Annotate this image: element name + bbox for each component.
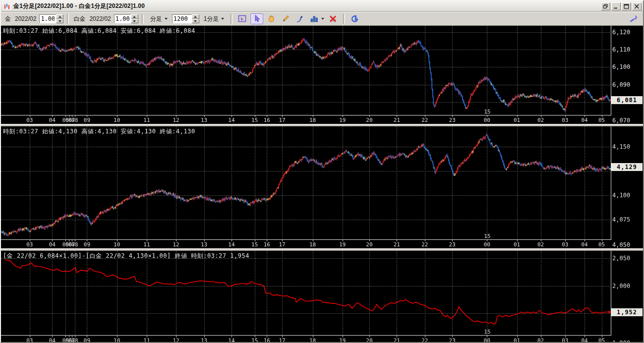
pen-tool-button[interactable] [293, 13, 306, 24]
delete-chart-icon [328, 14, 338, 23]
gold-y-axis-bottom-label: 6,070 [611, 115, 643, 124]
platinum-multiplier-spinner [114, 14, 138, 23]
platinum-multiplier-input[interactable] [114, 14, 131, 23]
hand-tool-button[interactable] [265, 13, 278, 24]
platinum-spin-down-button[interactable] [131, 19, 138, 23]
bar-count-up-button[interactable] [192, 14, 199, 19]
toolbar-separator [67, 14, 69, 24]
spread-x-axis [1, 336, 611, 343]
bar-count-spinner [172, 14, 199, 23]
platinum-panel: 時刻:03:27 始値:4,130 高値:4,130 安値:4,130 終値:4… [1, 126, 643, 248]
app-window: 金1分足[2022/02]1.00 - 白金1分足[2022/02]1.00 金… [0, 0, 644, 343]
y-axis-label: 4,150 [612, 143, 630, 150]
svg-text:R: R [354, 17, 357, 22]
delete-chart-button[interactable] [327, 13, 340, 24]
y-axis-label: 4,075 [612, 216, 630, 223]
title-bar: 金1分足[2022/02]1.00 - 白金1分足[2022/02]1.00 [1, 1, 643, 12]
bar-chart-icon [309, 14, 319, 23]
settings-wrench-button[interactable] [627, 13, 640, 24]
bar-count-down-button[interactable] [192, 19, 199, 23]
pencil-icon [281, 14, 291, 23]
gold-spin-up-button[interactable] [56, 14, 63, 19]
gold-x-axis [1, 115, 611, 124]
spread-plot: [金 22/02 6,084×1.00]-[白金 22/02 4,130×1.0… [1, 251, 611, 336]
toolbar: 金 2022/02 白金 2022/02 分足 1分足 [1, 12, 643, 26]
gold-multiplier-input[interactable] [39, 14, 56, 23]
platinum-x-axis [1, 240, 611, 248]
gold-y-axis: 6,081 6,1206,1106,1006,090 [611, 26, 643, 115]
spread-y-axis-bottom-label: 1,900 [611, 336, 643, 343]
chart-area: 時刻:03:27 始値:6,084 高値:6,084 安値:6,084 終値:6… [1, 26, 643, 343]
spread-panel: [金 22/02 6,084×1.00]-[白金 22/02 4,130×1.0… [1, 251, 643, 343]
chart-cursor-icon [237, 14, 247, 23]
y-axis-label: 2,000 [612, 283, 630, 289]
gold-spin-down-button[interactable] [56, 19, 63, 23]
y-axis-label: 6,090 [612, 81, 630, 88]
y-axis-label: 6,100 [612, 63, 630, 70]
wrench-icon [629, 14, 639, 23]
pencil-tool-button[interactable] [279, 13, 292, 24]
hand-icon [266, 14, 276, 23]
platinum-y-axis: 4,129 4,1504,1004,075 [611, 126, 643, 240]
window-title: 金1分足[2022/02]1.00 - 白金1分足[2022/02]1.00 [13, 2, 145, 10]
gold-panel: 時刻:03:27 始値:6,084 高値:6,084 安値:6,084 終値:6… [1, 26, 643, 124]
y-axis-label: 2,050 [612, 255, 630, 262]
gold-label: 金 [5, 15, 11, 23]
chart-type-button[interactable] [308, 13, 321, 24]
timeframe-dropdown[interactable]: 1分足 [201, 14, 228, 24]
gold-current-price-badge: 6,081 [611, 96, 643, 104]
gold-candlestick-canvas[interactable] [1, 26, 611, 115]
chevron-down-icon [165, 18, 168, 20]
chart-cursor-tool-button[interactable] [236, 13, 249, 24]
y-axis-label: 6,110 [612, 46, 630, 53]
pen-icon [295, 14, 305, 23]
platinum-candlestick-canvas[interactable] [1, 126, 611, 240]
chevron-down-icon [221, 18, 224, 20]
y-axis-label: 6,120 [612, 29, 630, 36]
candlestick-app-icon [3, 3, 11, 10]
spread-current-value-badge: 1,952 [611, 308, 643, 316]
refresh-button[interactable]: R [349, 13, 361, 24]
refresh-icon: R [350, 14, 360, 23]
spread-line-canvas[interactable] [1, 251, 611, 336]
gold-plot: 時刻:03:27 始値:6,084 高値:6,084 安値:6,084 終値:6… [1, 26, 611, 115]
platinum-current-price-badge: 4,129 [611, 163, 643, 171]
platinum-y-axis-bottom-label: 4,050 [611, 240, 643, 248]
bar-count-input[interactable] [172, 14, 192, 23]
close-button[interactable] [632, 2, 642, 10]
toolbar-separator [343, 14, 345, 24]
gold-month-value: 2022/02 [15, 15, 36, 22]
toolbar-separator [142, 14, 144, 24]
platinum-month-value: 2022/02 [89, 15, 111, 22]
spread-y-axis: 1,952 2,0502,000 [611, 251, 643, 336]
float-window-button[interactable] [601, 2, 610, 10]
interval-dropdown[interactable]: 分足 [147, 14, 171, 24]
select-arrow-icon [252, 14, 262, 23]
maximize-button[interactable] [622, 2, 631, 10]
platinum-spin-up-button[interactable] [131, 14, 138, 19]
platinum-label: 白金 [73, 15, 85, 23]
select-arrow-tool-button[interactable] [250, 13, 263, 24]
toolbar-separator [231, 14, 233, 24]
gold-multiplier-spinner [39, 14, 63, 23]
platinum-plot: 時刻:03:27 始値:4,130 高値:4,130 安値:4,130 終値:4… [1, 126, 611, 240]
y-axis-label: 4,100 [612, 192, 630, 199]
chart-type-chevron-icon[interactable] [321, 18, 324, 20]
minimize-button[interactable] [611, 2, 621, 10]
